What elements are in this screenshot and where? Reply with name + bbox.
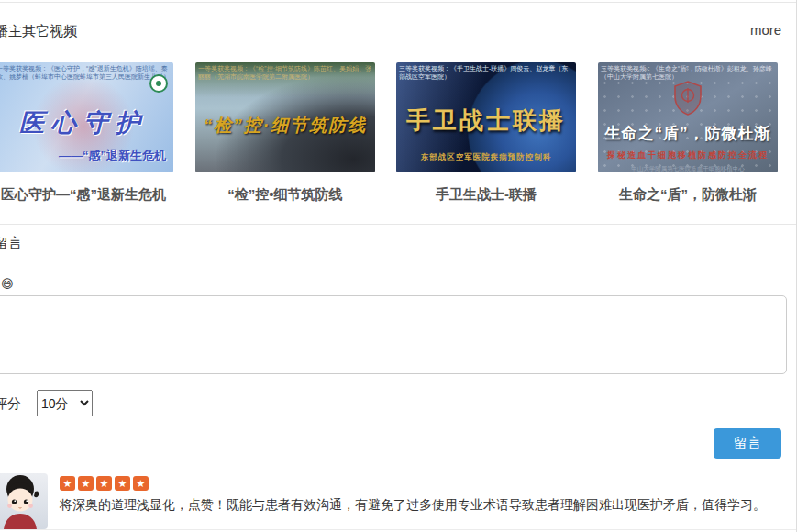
thumb-main-title: 医心守护 [0, 106, 173, 139]
video-thumbnail[interactable]: 一等奖获奖视频：《“检”控·细节筑防线》陈苗红、吴娟娟、张丽丽（芜湖市皖南医学院… [195, 62, 375, 172]
star-icon: ★ [60, 476, 75, 491]
avatar [0, 473, 48, 529]
star-icon: ★ [133, 476, 149, 491]
bottom-divider [0, 529, 796, 530]
thumb-caption: 一等奖获奖视频：《“检”控·细节筑防线》陈苗红、吴娟娟、张丽丽（芜湖市皖南医学院… [198, 64, 372, 81]
thumb-subtitle: 探秘造血干细胞移植防感防控全流程 [598, 150, 778, 161]
video-card[interactable]: 一等奖获奖视频：《“检”控·细节筑防线》陈苗红、吴娟娟、张丽丽（芜湖市皖南医学院… [195, 62, 375, 172]
star-icon: ★ [78, 476, 94, 491]
video-thumbnail[interactable]: 三等奖获奖视频：《生命之“盾”，防微杜渐》彭粗龙、孙彦峰（中山大学附属第七医院）… [598, 62, 778, 172]
thumb-subtitle: 东部战区空军医院疾病预防控制科 [396, 152, 576, 163]
thumb-main-title: “检”控·细节筑防线 [195, 114, 375, 138]
star-icon: ★ [115, 476, 130, 491]
submit-comment-button[interactable]: 留言 [714, 428, 781, 459]
rating-select[interactable]: 10分 [37, 390, 93, 416]
video-title[interactable]: 手卫生战士-联播 [396, 186, 576, 204]
star-icon: ★ [96, 476, 112, 491]
video-title[interactable]: “检”控•细节筑防线 [195, 186, 375, 204]
comment-textarea[interactable] [0, 295, 787, 374]
comment-text: 将深奥的道理浅显化，点赞！既能与患者有效沟通，有避免了过多使用专业术语导致患者理… [60, 496, 784, 513]
video-card[interactable]: 三等奖获奖视频：《手卫生战士-联播》周俊云、赵龙章（东部战区空军医院） 手卫战士… [396, 62, 576, 172]
thumb-caption: 一等奖获奖视频：《医心守护，“感”退新生危机》陆培瑶、秦欣、姚梦楠（蚌埠市中心医… [0, 64, 171, 81]
video-title[interactable]: 医心守护—“感”退新生危机 [0, 186, 173, 204]
thumb-subtitle: ——“感”退新生危机 [59, 148, 166, 164]
video-card[interactable]: 一等奖获奖视频：《医心守护，“感”退新生危机》陆培瑶、秦欣、姚梦楠（蚌埠市中心医… [0, 62, 173, 172]
thumb-caption: 三等奖获奖视频：《手卫生战士-联播》周俊云、赵龙章（东部战区空军医院） [399, 64, 573, 81]
section-divider [0, 224, 796, 225]
shield-emblem-icon [673, 81, 703, 116]
rating-stars: ★ ★ ★ ★ ★ [60, 476, 149, 491]
top-divider [0, 2, 796, 3]
video-thumbnail[interactable]: 三等奖获奖视频：《手卫生战士-联播》周俊云、赵龙章（东部战区空军医院） 手卫战士… [396, 62, 576, 172]
thumb-main-title: 手卫战士联播 [396, 105, 576, 137]
thumb-caption: 三等奖获奖视频：《生命之“盾”，防微杜渐》彭粗龙、孙彦峰（中山大学附属第七医院） [601, 64, 775, 81]
emoji-picker-icon[interactable]: 😄 [1, 278, 14, 291]
rating-label: 评分 [0, 395, 21, 413]
video-card[interactable]: 三等奖获奖视频：《生命之“盾”，防微杜渐》彭粗龙、孙彦峰（中山大学附属第七医院）… [598, 62, 778, 172]
right-page-border [796, 0, 797, 532]
hospital-logo-icon [149, 74, 168, 93]
thumb-footnote: 中山大学附属第七医院造血干细胞移植中心 [598, 165, 778, 172]
videos-section-heading: 播主其它视频 [0, 23, 77, 40]
comment-section-heading: 留言 [0, 235, 22, 252]
more-link[interactable]: more [750, 22, 781, 38]
video-title[interactable]: 生命之“盾”，防微杜渐 [598, 186, 778, 204]
video-thumbnail[interactable]: 一等奖获奖视频：《医心守护，“感”退新生危机》陆培瑶、秦欣、姚梦楠（蚌埠市中心医… [0, 62, 173, 172]
thumb-main-title: 生命之“盾”，防微杜渐 [598, 123, 778, 144]
page: 播主其它视频 more 一等奖获奖视频：《医心守护，“感”退新生危机》陆培瑶、秦… [0, 0, 808, 532]
